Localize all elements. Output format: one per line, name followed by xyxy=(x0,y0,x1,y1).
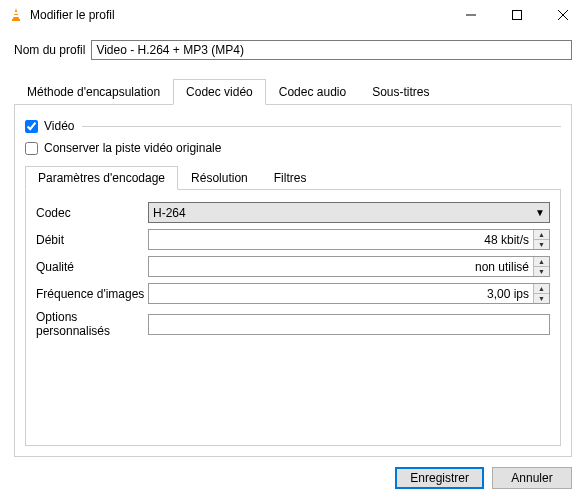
profile-name-input[interactable] xyxy=(91,40,572,60)
inner-tab-encoding[interactable]: Paramètres d'encodage xyxy=(25,166,178,190)
keep-original-checkbox[interactable] xyxy=(25,142,38,155)
svg-rect-3 xyxy=(14,15,19,17)
svg-rect-5 xyxy=(513,11,522,20)
svg-rect-2 xyxy=(14,12,18,14)
fps-value: 3,00 ips xyxy=(149,284,533,303)
fps-spinner[interactable]: 3,00 ips ▲▼ xyxy=(148,283,550,304)
quality-spinner[interactable]: non utilisé ▲▼ xyxy=(148,256,550,277)
tab-audio-codec[interactable]: Codec audio xyxy=(266,79,359,105)
spin-down-icon[interactable]: ▼ xyxy=(534,267,549,276)
svg-rect-1 xyxy=(12,19,20,21)
inner-tab-resolution[interactable]: Résolution xyxy=(178,166,261,190)
spin-down-icon[interactable]: ▼ xyxy=(534,240,549,249)
video-enable-label: Vidéo xyxy=(44,119,74,133)
spin-up-icon[interactable]: ▲ xyxy=(534,284,549,294)
spin-up-icon[interactable]: ▲ xyxy=(534,257,549,267)
separator xyxy=(82,126,561,127)
profile-name-label: Nom du profil xyxy=(14,43,85,57)
chevron-down-icon: ▼ xyxy=(535,207,545,218)
spin-up-icon[interactable]: ▲ xyxy=(534,230,549,240)
quality-value: non utilisé xyxy=(149,257,533,276)
keep-original-label: Conserver la piste vidéo originale xyxy=(44,141,221,155)
tab-subtitles[interactable]: Sous-titres xyxy=(359,79,442,105)
inner-tab-filters[interactable]: Filtres xyxy=(261,166,320,190)
maximize-button[interactable] xyxy=(494,0,540,30)
tab-encapsulation[interactable]: Méthode d'encapsulation xyxy=(14,79,173,105)
codec-value: H-264 xyxy=(153,206,186,220)
bitrate-spinner[interactable]: 48 kbit/s ▲▼ xyxy=(148,229,550,250)
bitrate-value: 48 kbit/s xyxy=(149,230,533,249)
bitrate-label: Débit xyxy=(36,233,148,247)
spin-down-icon[interactable]: ▼ xyxy=(534,294,549,303)
codec-label: Codec xyxy=(36,206,148,220)
vlc-icon xyxy=(8,7,24,23)
close-button[interactable] xyxy=(540,0,586,30)
quality-label: Qualité xyxy=(36,260,148,274)
save-button[interactable]: Enregistrer xyxy=(395,467,484,489)
minimize-button[interactable] xyxy=(448,0,494,30)
fps-label: Fréquence d'images xyxy=(36,287,148,301)
window-title: Modifier le profil xyxy=(30,8,448,22)
custom-options-input[interactable] xyxy=(148,314,550,335)
cancel-button[interactable]: Annuler xyxy=(492,467,572,489)
custom-options-label: Options personnalisés xyxy=(36,310,148,338)
codec-select[interactable]: H-264 ▼ xyxy=(148,202,550,223)
video-enable-checkbox[interactable] xyxy=(25,120,38,133)
tab-video-codec[interactable]: Codec vidéo xyxy=(173,79,266,105)
